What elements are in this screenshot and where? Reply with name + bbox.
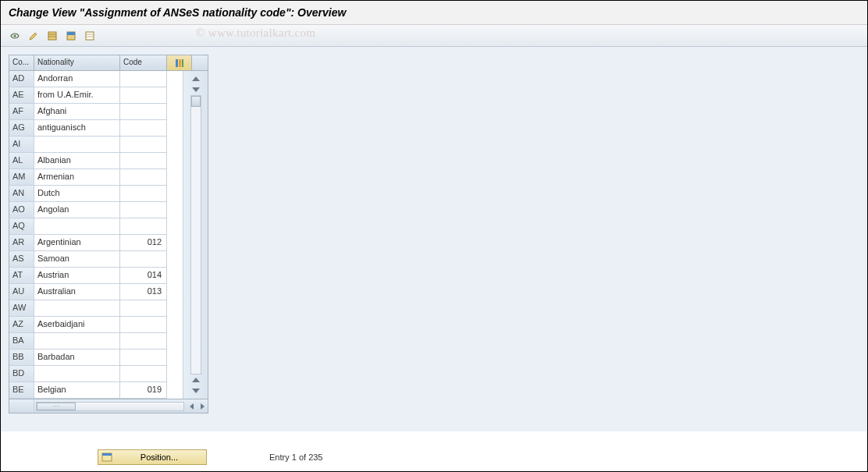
scroll-track[interactable]: [190, 95, 201, 374]
cell-code[interactable]: [120, 366, 167, 382]
table-row[interactable]: ATAustrian014: [9, 268, 183, 284]
cell-country[interactable]: BA: [9, 333, 34, 350]
table-row[interactable]: ARArgentinian012: [9, 235, 183, 251]
cell-country[interactable]: AG: [9, 120, 34, 137]
cell-nationality[interactable]: Albanian: [34, 153, 120, 169]
hscroll-left-icon[interactable]: [186, 403, 197, 410]
cell-country[interactable]: AM: [9, 169, 34, 186]
cell-code[interactable]: [120, 218, 167, 235]
table-row[interactable]: BEBelgian019: [9, 382, 183, 399]
table-row[interactable]: AEfrom U.A.Emir.: [9, 87, 183, 104]
table-row[interactable]: AI: [9, 137, 183, 153]
cell-nationality[interactable]: [34, 366, 120, 382]
cell-code[interactable]: 019: [120, 382, 167, 399]
cell-code[interactable]: [120, 104, 167, 120]
table-row[interactable]: BA: [9, 333, 183, 350]
cell-code[interactable]: [120, 202, 167, 218]
cell-country[interactable]: BE: [9, 382, 34, 399]
cell-country[interactable]: AO: [9, 202, 34, 218]
cell-nationality[interactable]: Aserbaidjani: [34, 317, 120, 333]
cell-nationality[interactable]: Angolan: [34, 202, 120, 218]
table-row[interactable]: AW: [9, 300, 183, 317]
cell-nationality[interactable]: Barbadan: [34, 350, 120, 366]
cell-code[interactable]: 012: [120, 235, 167, 251]
cell-country[interactable]: AF: [9, 104, 34, 120]
cell-nationality[interactable]: Argentinian: [34, 235, 120, 251]
table-row[interactable]: BD: [9, 366, 183, 382]
scroll-thumb[interactable]: [191, 96, 201, 107]
deselect-all-icon[interactable]: [82, 28, 98, 44]
cell-country[interactable]: AI: [9, 137, 34, 153]
cell-nationality[interactable]: Afghani: [34, 104, 120, 120]
cell-nationality[interactable]: Samoan: [34, 251, 120, 268]
cell-code[interactable]: [120, 300, 167, 317]
cell-code[interactable]: [120, 333, 167, 350]
cell-country[interactable]: AE: [9, 87, 34, 104]
table-row[interactable]: AFAfghani: [9, 104, 183, 120]
table-row[interactable]: AMArmenian: [9, 169, 183, 186]
table-row[interactable]: ALAlbanian: [9, 153, 183, 169]
hscroll-thumb[interactable]: ···: [37, 403, 76, 410]
scroll-down-icon[interactable]: [192, 87, 200, 92]
scroll-up-icon[interactable]: [192, 76, 200, 81]
other-view-icon[interactable]: [7, 28, 23, 44]
col-header-code[interactable]: Code: [120, 55, 167, 70]
cell-nationality[interactable]: Armenian: [34, 169, 120, 186]
cell-code[interactable]: [120, 186, 167, 202]
cell-nationality[interactable]: [34, 218, 120, 235]
cell-code[interactable]: [120, 317, 167, 333]
cell-code[interactable]: [120, 153, 167, 169]
table-settings-icon[interactable]: [167, 55, 192, 70]
table-row[interactable]: AUAustralian013: [9, 284, 183, 300]
table-row[interactable]: AOAngolan: [9, 202, 183, 218]
cell-country[interactable]: AU: [9, 284, 34, 300]
cell-code[interactable]: 013: [120, 284, 167, 300]
table-row[interactable]: ANDutch: [9, 186, 183, 202]
cell-nationality[interactable]: [34, 300, 120, 317]
hscroll-right-icon[interactable]: [197, 403, 208, 410]
cell-nationality[interactable]: [34, 137, 120, 153]
hscroll-track[interactable]: ···: [36, 402, 184, 411]
cell-country[interactable]: AZ: [9, 317, 34, 333]
cell-nationality[interactable]: from U.A.Emir.: [34, 87, 120, 104]
cell-nationality[interactable]: Andorran: [34, 71, 120, 87]
cell-nationality[interactable]: antiguanisch: [34, 120, 120, 137]
table-row[interactable]: AQ: [9, 218, 183, 235]
cell-country[interactable]: BB: [9, 350, 34, 366]
cell-country[interactable]: AR: [9, 235, 34, 251]
table-row[interactable]: ADAndorran: [9, 71, 183, 87]
select-all-icon[interactable]: [44, 28, 60, 44]
horizontal-scrollbar[interactable]: ···: [9, 399, 208, 413]
change-icon[interactable]: [26, 28, 41, 44]
cell-code[interactable]: [120, 169, 167, 186]
cell-country[interactable]: AD: [9, 71, 34, 87]
cell-code[interactable]: [120, 120, 167, 137]
cell-nationality[interactable]: Austrian: [34, 268, 120, 284]
table-row[interactable]: AZAserbaidjani: [9, 317, 183, 333]
cell-code[interactable]: 014: [120, 268, 167, 284]
select-block-icon[interactable]: [63, 28, 79, 44]
position-button[interactable]: Position...: [98, 449, 207, 465]
table-row[interactable]: AGantiguanisch: [9, 120, 183, 137]
table-row[interactable]: ASSamoan: [9, 251, 183, 268]
cell-code[interactable]: [120, 71, 167, 87]
cell-country[interactable]: BD: [9, 366, 34, 382]
cell-country[interactable]: AS: [9, 251, 34, 268]
cell-nationality[interactable]: Australian: [34, 284, 120, 300]
cell-country[interactable]: AL: [9, 153, 34, 169]
vertical-scrollbar[interactable]: [183, 71, 208, 399]
scroll-page-up-icon[interactable]: [192, 378, 200, 382]
cell-country[interactable]: AQ: [9, 218, 34, 235]
cell-code[interactable]: [120, 137, 167, 153]
cell-code[interactable]: [120, 87, 167, 104]
table-row[interactable]: BBBarbadan: [9, 350, 183, 366]
cell-code[interactable]: [120, 350, 167, 366]
cell-nationality[interactable]: Dutch: [34, 186, 120, 202]
col-header-nationality[interactable]: Nationality: [34, 55, 120, 70]
cell-code[interactable]: [120, 251, 167, 268]
cell-country[interactable]: AW: [9, 300, 34, 317]
cell-nationality[interactable]: [34, 333, 120, 350]
cell-nationality[interactable]: Belgian: [34, 382, 120, 399]
scroll-page-down-icon[interactable]: [192, 389, 200, 393]
col-header-country[interactable]: Co...: [9, 55, 34, 70]
